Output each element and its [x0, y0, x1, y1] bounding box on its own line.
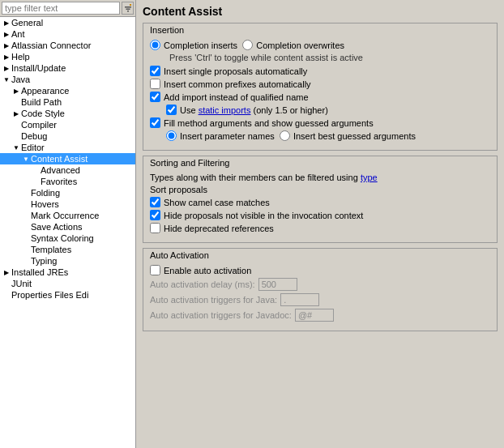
tree-arrow-editor: ▼ — [11, 144, 21, 151]
static-only-label: (only 1.5 or higher) — [253, 105, 327, 115]
sidebar-item-debug[interactable]: Debug — [0, 130, 135, 142]
filter-bar — [0, 0, 135, 17]
triggers-java-input[interactable] — [280, 293, 319, 306]
sidebar-label-mark-occurrence: Mark Occurrence — [31, 211, 135, 220]
sidebar-item-favorites[interactable]: Favorites — [0, 176, 135, 187]
sidebar-item-code-style[interactable]: ▶Code Style — [0, 108, 135, 119]
tree-arrow-install-update: ▶ — [2, 65, 11, 72]
auto-activation-title: Auto Activation — [150, 250, 490, 260]
sidebar-item-advanced[interactable]: Advanced — [0, 164, 135, 176]
tree-arrow-help: ▶ — [2, 53, 11, 61]
sidebar-item-mark-occurrence[interactable]: Mark Occurrence — [0, 210, 135, 221]
sidebar-label-atlassian: Atlassian Connector — [11, 41, 135, 50]
sort-proposals-label: Sort proposals — [150, 185, 490, 194]
type-link[interactable]: type — [361, 173, 378, 182]
delay-label: Auto activation delay (ms): — [150, 279, 255, 289]
show-camel-checkbox[interactable] — [150, 197, 160, 207]
completion-inserts-label[interactable]: Completion inserts — [164, 41, 237, 50]
triggers-javadoc-input[interactable] — [295, 309, 334, 322]
sidebar-item-hovers[interactable]: Hovers — [0, 198, 135, 210]
type-filter-row: Types along with their members can be fi… — [150, 173, 490, 182]
sidebar-label-favorites: Favorites — [41, 177, 135, 186]
sidebar-item-installed-jres[interactable]: ▶Installed JREs — [0, 267, 135, 278]
insertion-section-title: Insertion — [150, 25, 490, 35]
insert-best-label: Insert best guessed arguments — [293, 131, 416, 141]
type-filter-desc: Types along with their members can be fi… — [150, 173, 358, 182]
completion-overwrites-label[interactable]: Completion overwrites — [256, 41, 344, 50]
sidebar-item-content-assist[interactable]: ▼Content Assist — [0, 153, 135, 164]
triggers-java-row: Auto activation triggers for Java: — [150, 293, 490, 306]
sidebar-item-save-actions[interactable]: Save Actions — [0, 221, 135, 233]
sidebar-label-hovers: Hovers — [31, 199, 135, 209]
sidebar-item-syntax-coloring[interactable]: Syntax Coloring — [0, 233, 135, 244]
delay-input[interactable] — [258, 278, 297, 291]
sidebar-item-folding[interactable]: Folding — [0, 187, 135, 198]
filter-clear-icon[interactable] — [122, 2, 134, 15]
insert-single-label: Insert single proposals automatically — [164, 66, 307, 76]
sidebar-item-appearance[interactable]: ▶Appearance — [0, 85, 135, 96]
sidebar-item-atlassian[interactable]: ▶Atlassian Connector — [0, 40, 135, 51]
sidebar-label-java: Java — [11, 75, 135, 84]
sidebar-item-install-update[interactable]: ▶Install/Update — [0, 62, 135, 74]
sidebar-item-templates[interactable]: Templates — [0, 244, 135, 255]
svg-rect-2 — [127, 11, 129, 12]
sidebar-item-help[interactable]: ▶Help — [0, 51, 135, 62]
filter-input[interactable] — [2, 2, 120, 15]
sidebar-item-ant[interactable]: ▶Ant — [0, 28, 135, 40]
sidebar-label-help: Help — [11, 52, 135, 62]
sorting-section: Sorting and Filtering Types along with t… — [143, 156, 498, 243]
hide-deprecated-row: Hide deprecated references — [150, 223, 490, 233]
svg-rect-0 — [125, 6, 131, 8]
fill-method-label: Fill method arguments and show guessed a… — [164, 118, 374, 128]
tree-arrow-ant: ▶ — [2, 31, 11, 38]
sidebar-label-templates: Templates — [31, 245, 135, 254]
hide-proposals-row: Hide proposals not visible in the invoca… — [150, 210, 490, 220]
content-area: Content Assist Insertion Completion inse… — [136, 0, 504, 448]
triggers-javadoc-row: Auto activation triggers for Javadoc: — [150, 309, 490, 322]
completion-overwrites-radio[interactable] — [242, 40, 253, 50]
static-imports-link[interactable]: static imports — [199, 105, 251, 115]
hide-deprecated-checkbox[interactable] — [150, 223, 160, 233]
add-import-row: Add import instead of qualified name — [150, 92, 490, 102]
sidebar-item-editor[interactable]: ▼Editor — [0, 142, 135, 153]
use-static-checkbox[interactable] — [166, 105, 177, 115]
insert-single-checkbox[interactable] — [150, 66, 160, 76]
sidebar-item-java[interactable]: ▼Java — [0, 74, 135, 85]
add-import-checkbox[interactable] — [150, 92, 160, 102]
static-imports-row: Use static imports (only 1.5 or higher) — [166, 105, 490, 115]
completion-inserts-radio[interactable] — [150, 40, 160, 50]
sidebar-item-typing[interactable]: Typing — [0, 255, 135, 267]
sidebar-label-editor: Editor — [21, 143, 135, 152]
svg-rect-3 — [130, 4, 131, 6]
fill-method-checkbox[interactable] — [150, 117, 160, 128]
enable-auto-label: Enable auto activation — [164, 266, 251, 275]
sidebar-label-compiler: Compiler — [21, 120, 135, 130]
sidebar-label-folding: Folding — [31, 188, 135, 198]
sidebar-item-compiler[interactable]: Compiler — [0, 119, 135, 130]
delay-row: Auto activation delay (ms): — [150, 278, 490, 291]
insert-best-radio[interactable] — [280, 130, 290, 141]
tree-arrow-appearance: ▶ — [11, 87, 21, 95]
insert-param-radio[interactable] — [166, 130, 177, 141]
enable-auto-row: Enable auto activation — [150, 265, 490, 275]
sidebar-label-properties-files-ed: Properties Files Edi — [11, 290, 135, 300]
hide-deprecated-label: Hide deprecated references — [164, 224, 274, 233]
sidebar-item-general[interactable]: ▶General — [0, 17, 135, 28]
insert-common-checkbox[interactable] — [150, 79, 160, 89]
svg-rect-1 — [126, 9, 130, 11]
hide-proposals-checkbox[interactable] — [150, 210, 160, 220]
enable-auto-checkbox[interactable] — [150, 265, 160, 275]
sidebar-label-code-style: Code Style — [21, 109, 135, 118]
tree-arrow-code-style: ▶ — [11, 110, 21, 117]
sidebar-item-junit[interactable]: JUnit — [0, 278, 135, 289]
sidebar-item-properties-files-ed[interactable]: Properties Files Edi — [0, 289, 135, 301]
hide-proposals-label: Hide proposals not visible in the invoca… — [164, 211, 363, 220]
sidebar-label-syntax-coloring: Syntax Coloring — [31, 233, 135, 243]
insert-single-row: Insert single proposals automatically — [150, 66, 490, 76]
insert-common-row: Insert common prefixes automatically — [150, 79, 490, 89]
sidebar-label-junit: JUnit — [11, 279, 135, 288]
tree-arrow-atlassian: ▶ — [2, 42, 11, 49]
sidebar-item-build-path[interactable]: Build Path — [0, 96, 135, 108]
tree-arrow-content-assist: ▼ — [21, 156, 31, 163]
auto-activation-section: Auto Activation Enable auto activation A… — [143, 248, 498, 331]
